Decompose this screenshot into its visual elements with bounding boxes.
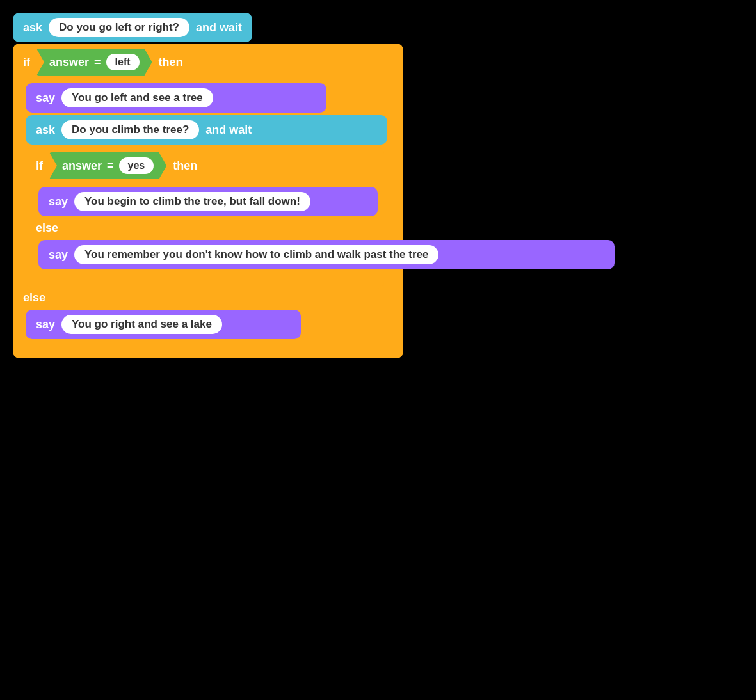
ask-keyword-2: ask <box>36 123 55 137</box>
outer-if-container: if answer = left then say You go left an… <box>13 44 403 358</box>
ask-block-1[interactable]: ask Do you go left or right? and wait <box>13 13 252 42</box>
cond-var-2: answer <box>62 159 102 173</box>
condition-hex-2: answer = yes <box>49 152 166 179</box>
cond-eq-2: = <box>107 159 114 173</box>
ask-question-2: Do you climb the tree? <box>61 120 199 139</box>
then-keyword-1: then <box>159 56 183 69</box>
ask-keyword-1: ask <box>23 21 42 35</box>
say-text-2: You begin to climb the tree, but fall do… <box>74 192 310 211</box>
inner-else-label: else <box>26 219 384 237</box>
inner-if-body: say You begin to climb the tree, but fal… <box>26 187 384 216</box>
outer-else-body: say You go right and see a lake <box>13 310 403 339</box>
say-keyword-3: say <box>49 248 68 262</box>
say-text-4: You go right and see a lake <box>61 315 222 334</box>
say-keyword-1: say <box>36 91 55 105</box>
say-block-2[interactable]: say You begin to climb the tree, but fal… <box>38 187 378 216</box>
say-text-1: You go left and see a tree <box>61 88 213 107</box>
condition-hex-1: answer = left <box>36 49 152 76</box>
cond-var-1: answer <box>49 56 89 69</box>
ask-question-1: Do you go left or right? <box>49 18 189 37</box>
ask-block-2[interactable]: ask Do you climb the tree? and wait <box>26 115 387 145</box>
cond-val-2: yes <box>119 157 154 174</box>
if-keyword-1: if <box>23 56 30 69</box>
say-keyword-4: say <box>36 318 55 331</box>
ask-suffix-1: and wait <box>196 21 242 35</box>
cond-eq-1: = <box>94 56 101 69</box>
if-header-2: if answer = yes then <box>26 147 384 184</box>
outer-if-body: say You go left and see a tree ask Do yo… <box>13 83 403 289</box>
cond-val-1: left <box>106 54 140 70</box>
scratch-blocks: ask Do you go left or right? and wait if… <box>13 13 403 358</box>
inner-else-body: say You remember you don't know how to c… <box>26 240 384 269</box>
say-keyword-2: say <box>49 195 68 209</box>
say-text-3: You remember you don't know how to climb… <box>74 245 438 264</box>
say-block-3[interactable]: say You remember you don't know how to c… <box>38 240 615 269</box>
say-block-1[interactable]: say You go left and see a tree <box>26 83 326 113</box>
then-keyword-2: then <box>173 159 197 173</box>
say-block-4[interactable]: say You go right and see a lake <box>26 310 301 339</box>
ask-suffix-2: and wait <box>205 123 252 137</box>
outer-else-label: else <box>13 289 403 307</box>
inner-if-container: if answer = yes then say You begin to cl… <box>26 147 384 289</box>
if-header-1: if answer = left then <box>13 44 403 81</box>
if-keyword-2: if <box>36 159 43 173</box>
